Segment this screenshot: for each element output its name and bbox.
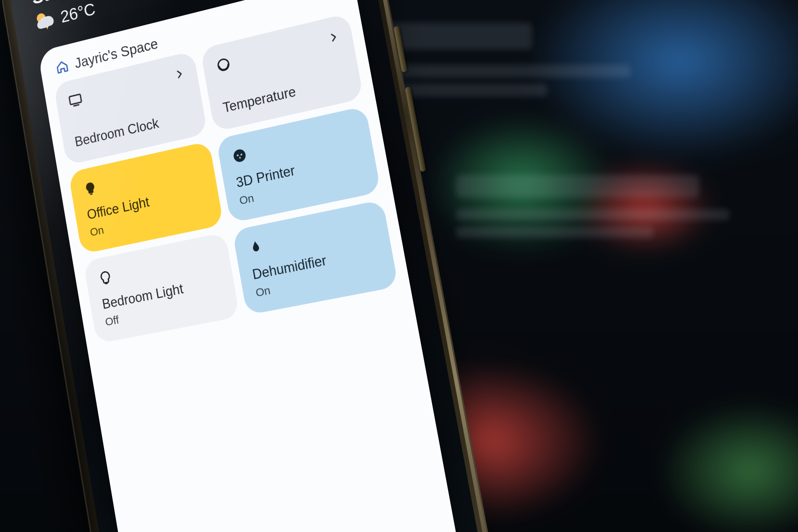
home-icon	[54, 58, 70, 76]
svg-point-4	[233, 148, 247, 163]
home-temperature-label: 26°C	[59, 0, 97, 27]
svg-line-1	[74, 105, 79, 106]
chevron-right-icon	[327, 29, 340, 46]
tile-label: Bedroom Clock	[74, 108, 193, 150]
tv-icon	[67, 90, 84, 110]
tile-label: Temperature	[222, 72, 348, 116]
bulb-off-icon	[97, 268, 114, 287]
thermostat-icon	[214, 55, 233, 74]
bulb-on-icon	[82, 179, 99, 198]
plug-icon	[230, 146, 249, 166]
svg-rect-0	[69, 94, 82, 105]
humidity-icon	[247, 238, 265, 257]
svg-rect-3	[90, 193, 93, 195]
thunder-cloud-icon	[35, 9, 56, 33]
phone-device: Sat, Nov 2 26°C Jayr	[0, 0, 517, 532]
chevron-right-icon	[173, 66, 186, 83]
